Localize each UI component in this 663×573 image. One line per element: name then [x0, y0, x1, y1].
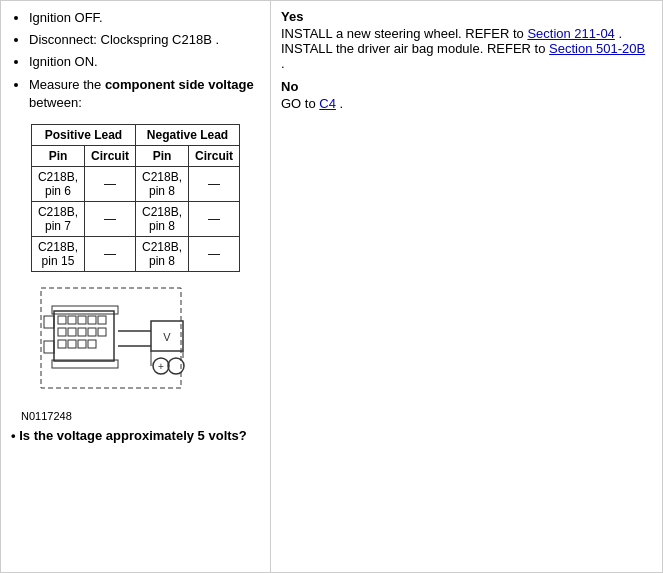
svg-text:V: V — [163, 331, 171, 343]
row3-pos-pin: C218B,pin 15 — [31, 236, 84, 271]
yes-section: Yes INSTALL a new steering wheel. REFER … — [281, 9, 652, 71]
svg-rect-3 — [68, 316, 76, 324]
svg-rect-10 — [88, 328, 96, 336]
svg-rect-15 — [88, 340, 96, 348]
svg-rect-9 — [78, 328, 86, 336]
svg-rect-13 — [68, 340, 76, 348]
svg-rect-2 — [58, 316, 66, 324]
svg-rect-16 — [52, 306, 118, 314]
yes-instruction-2: INSTALL the driver air bag module. REFER… — [281, 41, 652, 71]
row3-neg-pin: C218B,pin 8 — [136, 236, 189, 271]
row1-neg-circuit: — — [189, 166, 240, 201]
yes-label: Yes — [281, 9, 652, 24]
svg-rect-0 — [41, 288, 181, 388]
bullet-text-3: Ignition ON. — [29, 54, 98, 69]
svg-text:+: + — [158, 361, 164, 372]
table-row: C218B,pin 7 — C218B,pin 8 — — [31, 201, 239, 236]
bullet-text-2: Disconnect: Clockspring C218B . — [29, 32, 219, 47]
row1-pos-pin: C218B,pin 6 — [31, 166, 84, 201]
row3-pos-circuit: — — [84, 236, 135, 271]
row2-pos-circuit: — — [84, 201, 135, 236]
diagram-label: N0117248 — [21, 410, 260, 422]
list-item: Disconnect: Clockspring C218B . — [29, 31, 260, 49]
yes-mid1-text: . — [615, 26, 622, 41]
voltage-table-container: Positive Lead Negative Lead Pin Circuit … — [11, 124, 260, 272]
left-panel: Ignition OFF. Disconnect: Clockspring C2… — [1, 1, 271, 572]
instruction-list: Ignition OFF. Disconnect: Clockspring C2… — [11, 9, 260, 112]
yes-instruction-1: INSTALL a new steering wheel. REFER to S… — [281, 26, 652, 41]
row2-neg-pin: C218B,pin 8 — [136, 201, 189, 236]
svg-rect-6 — [98, 316, 106, 324]
svg-rect-14 — [78, 340, 86, 348]
positive-lead-header: Positive Lead — [31, 124, 135, 145]
pos-pin-header: Pin — [31, 145, 84, 166]
bullet-text-4: Measure the component side voltage betwe… — [29, 77, 254, 110]
section-211-04-link[interactable]: Section 211-04 — [527, 26, 614, 41]
row1-neg-pin: C218B,pin 8 — [136, 166, 189, 201]
list-item: Measure the component side voltage betwe… — [29, 76, 260, 112]
svg-rect-4 — [78, 316, 86, 324]
right-panel: Yes INSTALL a new steering wheel. REFER … — [271, 1, 662, 572]
yes-end2-text: . — [281, 56, 285, 71]
no-label: No — [281, 79, 652, 94]
neg-circuit-header: Circuit — [189, 145, 240, 166]
list-item: Ignition ON. — [29, 53, 260, 71]
neg-pin-header: Pin — [136, 145, 189, 166]
svg-rect-7 — [58, 328, 66, 336]
bold-text: component side voltage — [105, 77, 254, 92]
svg-point-25 — [168, 358, 184, 374]
row2-pos-pin: C218B,pin 7 — [31, 201, 84, 236]
no-end-text: . — [336, 96, 343, 111]
row1-pos-circuit: — — [84, 166, 135, 201]
diagram-svg: V + — [36, 286, 236, 406]
main-container: Ignition OFF. Disconnect: Clockspring C2… — [0, 0, 663, 573]
svg-rect-19 — [44, 341, 54, 353]
svg-rect-12 — [58, 340, 66, 348]
svg-rect-5 — [88, 316, 96, 324]
table-row: C218B,pin 6 — C218B,pin 8 — — [31, 166, 239, 201]
no-section: No GO to C4 . — [281, 79, 652, 111]
no-instruction: GO to C4 . — [281, 96, 652, 111]
c4-link[interactable]: C4 — [319, 96, 336, 111]
negative-lead-header: Negative Lead — [136, 124, 240, 145]
yes-line1-text: INSTALL a new steering wheel. REFER to — [281, 26, 527, 41]
bullet-text-1: Ignition OFF. — [29, 10, 103, 25]
voltage-question: • Is the voltage approximately 5 volts? — [11, 428, 260, 443]
wiring-diagram: V + N0117248 — [11, 286, 260, 422]
list-item: Ignition OFF. — [29, 9, 260, 27]
row2-neg-circuit: — — [189, 201, 240, 236]
no-line-text: GO to — [281, 96, 319, 111]
svg-rect-18 — [44, 316, 54, 328]
table-row: C218B,pin 15 — C218B,pin 8 — — [31, 236, 239, 271]
svg-rect-8 — [68, 328, 76, 336]
voltage-table: Positive Lead Negative Lead Pin Circuit … — [31, 124, 240, 272]
svg-rect-11 — [98, 328, 106, 336]
yes-line2-text: INSTALL the driver air bag module. REFER… — [281, 41, 549, 56]
row3-neg-circuit: — — [189, 236, 240, 271]
pos-circuit-header: Circuit — [84, 145, 135, 166]
section-501-20b-link[interactable]: Section 501-20B — [549, 41, 645, 56]
